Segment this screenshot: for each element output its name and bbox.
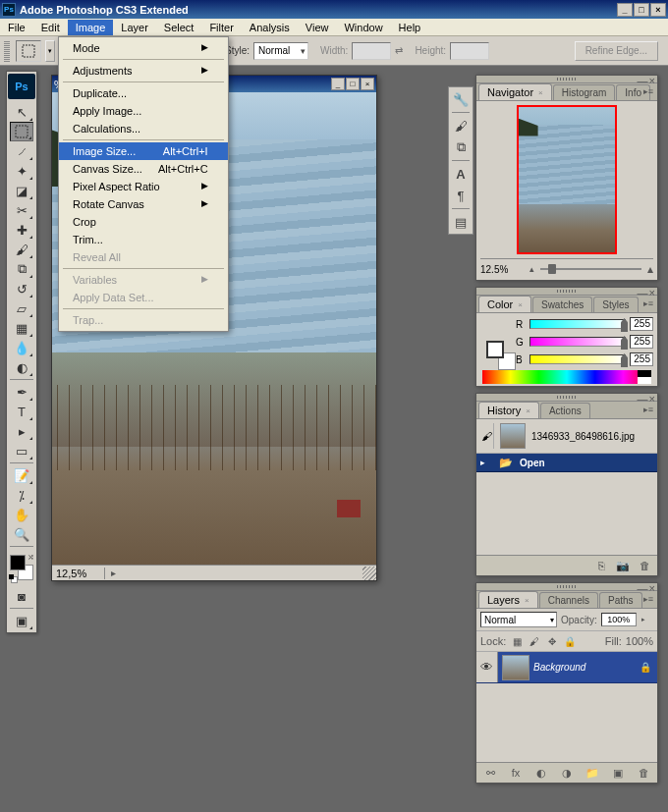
tool-path-select[interactable]: ▸ (10, 421, 33, 441)
tab-channels[interactable]: Channels (539, 592, 598, 608)
menu-item-mode[interactable]: Mode▶ (59, 39, 228, 57)
doc-maximize-button[interactable]: □ (346, 78, 360, 90)
history-state-open[interactable]: ▸ 📂 Open (476, 454, 657, 472)
tab-history[interactable]: History× (478, 402, 539, 418)
dock-icon-clone[interactable]: ⧉ (451, 138, 471, 156)
menu-select[interactable]: Select (156, 20, 202, 35)
tool-shape[interactable]: ▭ (10, 441, 33, 460)
tool-move[interactable]: ↖ (10, 102, 33, 122)
tool-preset-dropdown[interactable]: ▾ (45, 40, 55, 62)
tool-quick-select[interactable]: ✦ (10, 161, 33, 181)
menu-layer[interactable]: Layer (113, 20, 156, 35)
menu-view[interactable]: View (298, 20, 337, 35)
tab-close-icon[interactable]: × (538, 88, 543, 97)
menu-item-apply-image[interactable]: Apply Image... (59, 102, 228, 120)
menu-item-duplicate[interactable]: Duplicate... (59, 84, 228, 102)
history-new-doc-button[interactable]: ⎘ (590, 558, 612, 573)
dock-icon-paragraph[interactable]: ¶ (451, 187, 471, 204)
lock-pixels-icon[interactable]: 🖌 (528, 634, 541, 648)
layer-delete-button[interactable]: 🗑 (634, 765, 653, 781)
tool-brush[interactable]: 🖌 (10, 240, 33, 259)
fill-input[interactable]: 100% (626, 635, 653, 647)
panel-menu-icon[interactable]: ▸≡ (643, 86, 653, 96)
doc-resize-grip[interactable] (362, 567, 376, 580)
doc-minimize-button[interactable]: _ (331, 78, 345, 90)
tab-histogram[interactable]: Histogram (553, 84, 616, 100)
tool-eraser[interactable]: ▱ (10, 298, 33, 318)
menu-item-rotate-canvas[interactable]: Rotate Canvas▶ (59, 195, 228, 213)
layer-link-button[interactable]: ⚯ (480, 765, 500, 781)
menu-item-canvas-size[interactable]: Canvas Size...Alt+Ctrl+C (59, 160, 228, 178)
tool-healing[interactable]: ✚ (10, 220, 33, 240)
menu-item-pixel-aspect-ratio[interactable]: Pixel Aspect Ratio▶ (59, 178, 228, 195)
tool-history-brush[interactable]: ↺ (10, 279, 33, 298)
style-dropdown[interactable]: Normal (253, 42, 308, 60)
tab-color[interactable]: Color× (478, 296, 531, 312)
menu-edit[interactable]: Edit (33, 20, 68, 35)
g-value[interactable]: 255 (630, 335, 653, 349)
layer-name[interactable]: Background (533, 662, 640, 673)
dock-icon-brushes[interactable]: 🖌 (451, 117, 471, 135)
menu-window[interactable]: Window (336, 20, 390, 35)
tool-slice[interactable]: ✂ (10, 200, 33, 220)
minimize-button[interactable]: _ (617, 3, 633, 17)
tool-gradient[interactable]: ▦ (10, 318, 33, 338)
menu-file[interactable]: File (0, 20, 33, 35)
tool-quick-mask[interactable]: ◙ (10, 586, 33, 606)
opacity-input[interactable]: 100% (601, 613, 637, 626)
swap-colors-icon[interactable]: ⤭ (28, 553, 34, 562)
dock-icon-character[interactable]: A (451, 165, 471, 183)
tab-close-icon[interactable]: × (526, 406, 530, 415)
tab-actions[interactable]: Actions (540, 403, 590, 418)
layer-mask-button[interactable]: ◐ (531, 765, 551, 781)
tool-clone[interactable]: ⧉ (10, 259, 33, 279)
doc-info-icon[interactable]: ▸ (111, 568, 116, 578)
tab-navigator[interactable]: Navigator× (478, 83, 552, 100)
color-swatches[interactable]: ⤭ (8, 553, 35, 582)
tool-zoom[interactable]: 🔍 (10, 524, 33, 544)
panel-menu-icon[interactable]: ▸≡ (643, 594, 653, 604)
r-value[interactable]: 255 (630, 317, 653, 331)
close-button[interactable]: × (650, 3, 666, 17)
b-slider[interactable] (529, 354, 626, 364)
layer-visibility-icon[interactable]: 👁 (476, 652, 498, 682)
navigator-thumbnail[interactable] (517, 105, 617, 254)
layer-new-button[interactable]: ▣ (608, 765, 628, 781)
document-zoom[interactable]: 12,5% (56, 568, 105, 579)
tool-marquee[interactable] (10, 122, 33, 141)
default-colors-icon[interactable] (9, 574, 17, 582)
blend-mode-dropdown[interactable]: Normal (480, 612, 557, 627)
refine-edge-button[interactable]: Refine Edge... (575, 41, 658, 61)
b-value[interactable]: 255 (630, 352, 653, 366)
tool-dodge[interactable]: ◐ (10, 357, 33, 377)
tab-styles[interactable]: Styles (593, 297, 638, 312)
menu-item-adjustments[interactable]: Adjustments▶ (59, 62, 228, 80)
tool-lasso[interactable]: ⟋ (10, 141, 33, 161)
navigator-zoom-value[interactable]: 12.5% (480, 264, 524, 275)
menu-help[interactable]: Help (391, 20, 429, 35)
tool-crop[interactable]: ◪ (10, 181, 33, 200)
tool-type[interactable]: T (10, 402, 33, 421)
history-delete-button[interactable]: 🗑 (634, 558, 655, 573)
tab-close-icon[interactable]: × (525, 596, 529, 605)
doc-close-button[interactable]: × (361, 78, 374, 90)
tool-pen[interactable]: ✒ (10, 382, 33, 402)
zoom-slider[interactable] (540, 263, 641, 275)
g-slider[interactable] (529, 337, 626, 347)
tool-notes[interactable]: 📝 (10, 465, 33, 485)
menu-item-calculations[interactable]: Calculations... (59, 120, 228, 137)
history-snapshot-button[interactable]: 📷 (612, 558, 634, 573)
zoom-in-icon[interactable]: ▴ (647, 262, 653, 276)
dock-icon-tools[interactable]: 🔧 (451, 90, 471, 108)
history-snapshot-row[interactable]: 🖌 1346933_86498616.jpg (476, 419, 657, 454)
color-spectrum[interactable] (482, 370, 651, 384)
layer-fx-button[interactable]: fx (506, 765, 526, 781)
tool-screen-mode[interactable]: ▣ (10, 611, 33, 630)
tool-eyedropper[interactable]: ⁒ (10, 485, 33, 505)
layer-adjustment-button[interactable]: ◑ (557, 765, 577, 781)
color-fg-swatch[interactable] (486, 341, 504, 358)
tab-close-icon[interactable]: × (518, 300, 523, 309)
menu-item-trim[interactable]: Trim... (59, 231, 228, 248)
options-gripper[interactable] (4, 40, 10, 62)
menu-image[interactable]: Image (68, 20, 114, 35)
